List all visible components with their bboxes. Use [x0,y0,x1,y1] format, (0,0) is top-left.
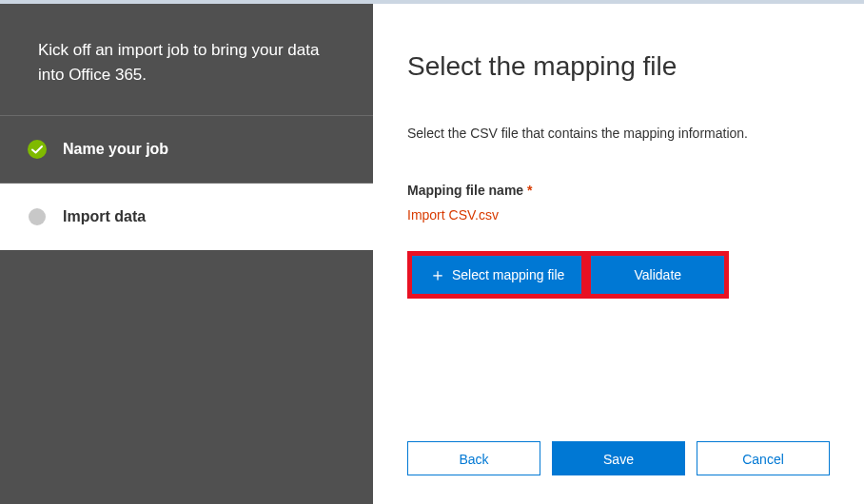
plus-icon: ＋ [429,266,446,283]
svg-point-1 [29,208,46,225]
sidebar-fill [0,250,373,504]
validate-button[interactable]: Validate [591,256,724,294]
step-name-your-job[interactable]: Name your job [0,116,373,184]
back-button[interactable]: Back [407,441,540,475]
page-description: Select the CSV file that contains the ma… [407,126,830,141]
save-button[interactable]: Save [552,441,685,475]
select-button-label: Select mapping file [452,267,564,282]
cancel-button[interactable]: Cancel [697,441,830,475]
check-circle-icon [27,139,48,160]
mapping-file-label: Mapping file name * [407,183,830,198]
select-mapping-file-button[interactable]: ＋ Select mapping file [412,256,581,294]
sidebar-intro: Kick off an import job to bring your dat… [0,4,373,116]
step-label: Name your job [63,141,168,158]
selected-file-name: Import CSV.csv [407,207,830,223]
current-step-icon [27,206,48,227]
main-panel: Select the mapping file Select the CSV f… [373,4,864,504]
page-title: Select the mapping file [407,51,830,82]
highlight-box: ＋ Select mapping file [407,251,586,299]
step-import-data[interactable]: Import data [0,184,373,250]
highlight-box: Validate [586,251,729,299]
action-buttons-row: ＋ Select mapping file Validate [407,251,830,299]
svg-point-0 [28,140,47,159]
footer-buttons: Back Save Cancel [407,403,830,475]
wizard-sidebar: Kick off an import job to bring your dat… [0,4,373,504]
validate-button-label: Validate [635,267,682,282]
required-indicator: * [527,183,532,198]
step-label: Import data [63,208,146,225]
